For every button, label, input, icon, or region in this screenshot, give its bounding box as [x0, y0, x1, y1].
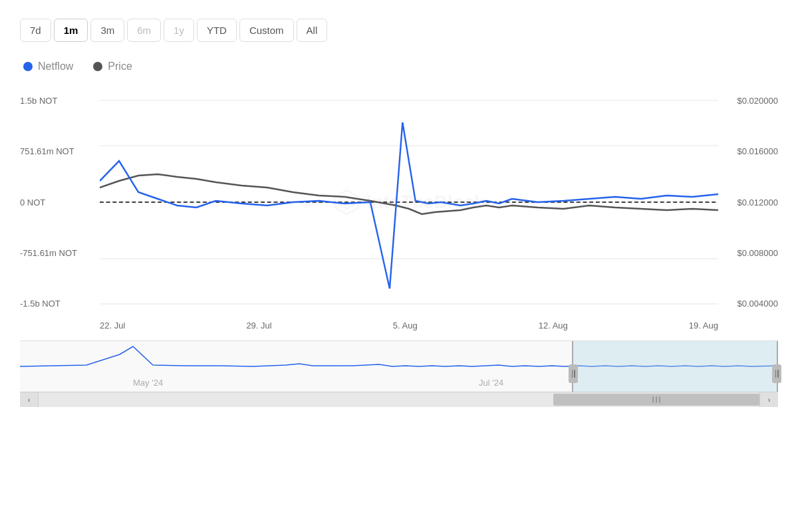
main-chart-svg [100, 89, 718, 315]
scroll-thumb-line-2 [656, 396, 657, 403]
x-label-1: 29. Jul [246, 321, 271, 331]
legend-price: Price [93, 61, 132, 72]
scroll-thumb-line-1 [652, 396, 654, 403]
handle-line-3 [775, 370, 777, 378]
btn-6m: 6m [127, 19, 161, 42]
x-label-0: 22. Jul [100, 321, 125, 331]
handle-line-4 [777, 370, 779, 378]
nav-date-may: May '24 [133, 378, 163, 388]
y-left-1: 751.61m NOT [20, 146, 100, 156]
time-range-bar: 7d 1m 3m 6m 1y YTD Custom All [20, 13, 778, 47]
x-label-4: 19. Aug [689, 321, 718, 331]
y-axis-left: 1.5b NOT 751.61m NOT 0 NOT -751.61m NOT … [20, 89, 100, 315]
y-left-2: 0 NOT [20, 198, 100, 207]
x-label-2: 5. Aug [393, 321, 418, 331]
scroll-track[interactable] [39, 392, 759, 407]
scroll-thumb-line-3 [659, 396, 660, 403]
scroll-left-arrow[interactable]: ‹ [20, 392, 39, 407]
handle-line-2 [574, 370, 575, 378]
netflow-line [100, 122, 718, 289]
x-axis: 22. Jul 29. Jul 5. Aug 12. Aug 19. Aug [20, 315, 778, 331]
price-dot [93, 62, 102, 71]
netflow-dot [23, 62, 33, 71]
btn-3m[interactable]: 3m [90, 19, 124, 42]
handle-line-1 [572, 370, 573, 378]
legend: Netflow Price [20, 61, 778, 72]
navigator-scroll-bar: ‹ › [20, 392, 778, 406]
chart-svg-container: IntoTheBlock [100, 89, 718, 315]
y-left-3: -751.61m NOT [20, 248, 100, 258]
scroll-right-arrow[interactable]: › [759, 392, 778, 407]
price-line [100, 174, 718, 214]
legend-netflow: Netflow [23, 61, 73, 72]
btn-all[interactable]: All [297, 19, 328, 42]
chart-area: 1.5b NOT 751.61m NOT 0 NOT -751.61m NOT … [20, 89, 778, 315]
y-axis-right: $0.020000 $0.016000 $0.012000 $0.008000 … [718, 89, 778, 315]
scroll-thumb[interactable] [553, 394, 759, 406]
chart-wrapper: 1.5b NOT 751.61m NOT 0 NOT -751.61m NOT … [20, 89, 778, 331]
btn-7d[interactable]: 7d [20, 19, 51, 42]
btn-custom[interactable]: Custom [239, 19, 294, 42]
navigator-handle-left[interactable] [569, 364, 578, 383]
price-label: Price [108, 61, 132, 72]
btn-ytd[interactable]: YTD [197, 19, 237, 42]
btn-1y: 1y [164, 19, 194, 42]
navigator: May '24 Jul '24 ‹ [20, 340, 778, 407]
y-left-0: 1.5b NOT [20, 96, 100, 106]
main-container: 7d 1m 3m 6m 1y YTD Custom All Netflow Pr… [0, 0, 798, 532]
y-right-1: $0.016000 [718, 146, 778, 156]
netflow-label: Netflow [38, 61, 73, 72]
y-right-4: $0.004000 [718, 299, 778, 309]
navigator-handle-right[interactable] [772, 364, 781, 383]
y-right-0: $0.020000 [718, 96, 778, 106]
y-right-3: $0.008000 [718, 248, 778, 258]
scroll-thumb-lines [652, 396, 660, 403]
btn-1m[interactable]: 1m [54, 19, 88, 42]
nav-date-jul: Jul '24 [479, 378, 503, 388]
x-label-3: 12. Aug [539, 321, 568, 331]
y-left-4: -1.5b NOT [20, 299, 100, 309]
y-right-2: $0.012000 [718, 198, 778, 207]
